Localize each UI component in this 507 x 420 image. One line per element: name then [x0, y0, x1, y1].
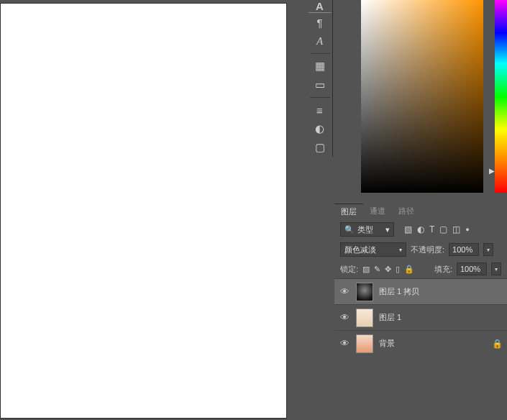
lock-icons: ▨ ✎ ✥ ▯ 🔒 — [362, 265, 414, 274]
lock-row: 锁定: ▨ ✎ ✥ ▯ 🔒 填充: 100% ▾ — [334, 260, 507, 278]
layer-thumbnail[interactable] — [356, 334, 373, 353]
filter-row: 🔍 类型 ▾ ▧ ◐ T ▢ ◫ ● — [334, 219, 507, 239]
tool-glyph-icon[interactable]: A — [309, 32, 332, 50]
layer-filter-select[interactable]: 🔍 类型 ▾ — [340, 222, 394, 237]
separator — [310, 97, 330, 98]
tab-layers[interactable]: 图层 — [334, 204, 363, 219]
layer-list: 👁 图层 1 拷贝 👁 图层 1 👁 背景 🔒 — [334, 278, 507, 356]
filter-toggle-icon[interactable]: ● — [465, 226, 469, 233]
layers-panel: 图层 通道 路径 🔍 类型 ▾ ▧ ◐ T ▢ ◫ ● 颜色减淡 ▾ 不透明度:… — [334, 204, 507, 356]
fill-dropdown[interactable]: ▾ — [491, 262, 501, 275]
lock-paint-icon[interactable]: ✎ — [374, 265, 380, 274]
panel-tabs: 图层 通道 路径 — [334, 204, 507, 219]
tab-paths[interactable]: 路径 — [392, 204, 421, 219]
lock-all-icon[interactable]: 🔒 — [404, 265, 414, 274]
blend-mode-select[interactable]: 颜色减淡 ▾ — [340, 242, 406, 257]
layer-item[interactable]: 👁 背景 🔒 — [334, 330, 507, 356]
tool-paragraph-icon[interactable]: ¶ — [309, 13, 332, 32]
filter-label: 类型 — [357, 224, 373, 235]
document-canvas[interactable] — [0, 3, 287, 419]
blend-mode-value: 颜色减淡 — [344, 245, 376, 255]
chevron-down-icon: ▾ — [385, 225, 390, 234]
layer-item[interactable]: 👁 图层 1 拷贝 — [334, 278, 507, 304]
tool-sliders-icon[interactable]: ≡ — [309, 101, 332, 119]
tool-rect-icon[interactable]: ▭ — [309, 76, 332, 94]
canvas-area — [0, 0, 291, 420]
blend-row: 颜色减淡 ▾ 不透明度: 100% ▾ — [334, 239, 507, 260]
layer-name[interactable]: 图层 1 — [379, 312, 401, 323]
color-gradient[interactable] — [361, 0, 483, 193]
layer-item[interactable]: 👁 图层 1 — [334, 304, 507, 330]
chevron-down-icon: ▾ — [399, 247, 402, 253]
fill-label: 填充: — [434, 264, 452, 275]
tool-box-icon[interactable]: ▢ — [309, 138, 332, 157]
layer-name[interactable]: 图层 1 拷贝 — [379, 286, 419, 297]
opacity-label: 不透明度: — [411, 245, 444, 255]
filter-smart-icon[interactable]: ◫ — [452, 224, 460, 234]
lock-transparent-icon[interactable]: ▨ — [362, 265, 370, 274]
tool-char-a-top-icon[interactable]: A — [309, 0, 332, 13]
visibility-toggle[interactable]: 👁 — [339, 286, 350, 297]
fill-value[interactable]: 100% — [457, 262, 487, 275]
opacity-value[interactable]: 100% — [449, 243, 479, 256]
tab-channels[interactable]: 通道 — [363, 204, 392, 219]
type-tool-panel: A ¶ A ▦ ▭ ≡ ◐ ▢ — [307, 0, 333, 157]
tool-contrast-icon[interactable]: ◐ — [309, 119, 332, 138]
filter-adjust-icon[interactable]: ◐ — [417, 224, 424, 234]
search-icon: 🔍 — [344, 225, 355, 234]
hue-strip[interactable] — [495, 0, 507, 193]
lock-label: 锁定: — [340, 264, 358, 275]
visibility-toggle[interactable]: 👁 — [339, 338, 350, 349]
hue-slider-handle[interactable]: ▶ — [489, 167, 495, 175]
filter-image-icon[interactable]: ▧ — [404, 224, 412, 234]
lock-artboard-icon[interactable]: ▯ — [396, 265, 400, 274]
color-picker-field[interactable] — [361, 0, 483, 193]
separator — [310, 53, 330, 54]
layer-name[interactable]: 背景 — [379, 338, 395, 349]
filter-shape-icon[interactable]: ▢ — [439, 224, 447, 234]
layer-thumbnail[interactable] — [356, 283, 373, 301]
opacity-dropdown[interactable]: ▾ — [483, 243, 493, 256]
lock-position-icon[interactable]: ✥ — [385, 265, 391, 274]
layer-thumbnail[interactable] — [356, 309, 373, 327]
filter-type-icon[interactable]: T — [429, 224, 434, 234]
visibility-toggle[interactable]: 👁 — [339, 312, 350, 323]
tool-grid-icon[interactable]: ▦ — [309, 57, 332, 76]
filter-type-icons: ▧ ◐ T ▢ ◫ ● — [404, 224, 470, 234]
lock-indicator-icon: 🔒 — [492, 339, 503, 349]
